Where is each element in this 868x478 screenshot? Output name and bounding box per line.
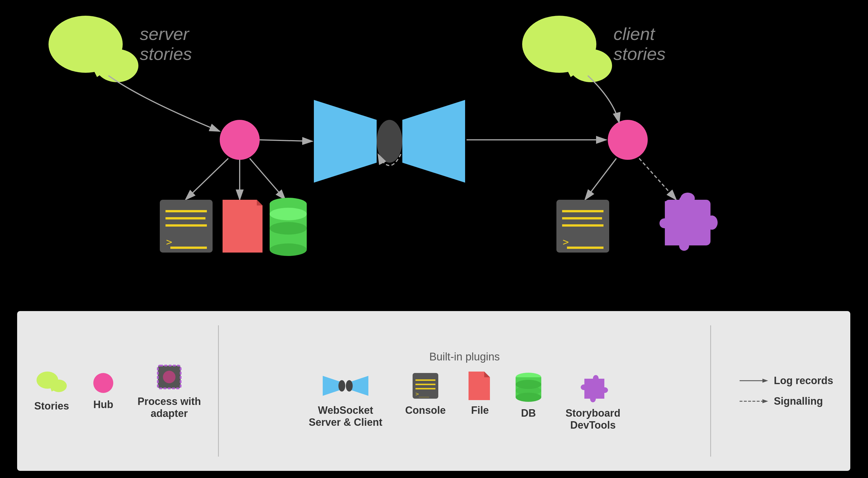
signalling-arrow — [740, 397, 768, 406]
legend-divider-1 — [218, 325, 219, 457]
svg-point-11 — [220, 120, 260, 160]
svg-point-2 — [96, 49, 138, 82]
svg-marker-65 — [763, 379, 768, 383]
db-label: DB — [521, 407, 536, 419]
legend-item-stories: Stories — [34, 370, 69, 412]
svg-marker-58 — [484, 371, 490, 377]
svg-marker-50 — [351, 376, 368, 396]
legend-item-console: >___ Console — [405, 371, 446, 416]
svg-point-63 — [516, 386, 541, 395]
log-signalling-section: Log records Signalling — [740, 375, 833, 407]
svg-point-5 — [569, 49, 612, 82]
legend-item-process-adapter: Process withadapter — [137, 363, 201, 419]
svg-marker-67 — [763, 399, 768, 403]
websocket-label: WebSocketServer & Client — [309, 405, 382, 428]
svg-point-28 — [270, 222, 307, 235]
hub-label: Hub — [93, 399, 113, 411]
svg-point-27 — [270, 208, 307, 220]
legend-item-websocket: WebSocketServer & Client — [309, 371, 382, 428]
svg-point-49 — [338, 380, 345, 391]
built-in-items: WebSocketServer & Client >___ Console — [309, 371, 620, 431]
file-icon — [468, 371, 491, 400]
db-icon — [514, 371, 543, 403]
svg-point-26 — [270, 243, 307, 256]
legend-panel: Stories Hub Process withadapter Built-in… — [17, 311, 850, 471]
svg-text:>_: >_ — [563, 236, 575, 248]
process-adapter-label: Process withadapter — [137, 395, 201, 419]
svg-point-51 — [346, 380, 353, 391]
svg-marker-48 — [323, 376, 340, 396]
storyboard-icon — [577, 371, 609, 403]
file-label: File — [471, 405, 489, 416]
svg-text:>_: >_ — [166, 236, 179, 248]
log-records-arrow — [740, 377, 768, 385]
svg-text:client: client — [614, 24, 656, 44]
svg-point-15 — [377, 120, 402, 163]
process-adapter-icon — [155, 363, 183, 391]
legend-item-hub: Hub — [92, 371, 115, 411]
stories-icon — [34, 370, 69, 396]
svg-point-12 — [608, 120, 648, 160]
hub-icon — [92, 371, 115, 394]
built-in-plugins-header: Built-in plugins — [429, 351, 500, 363]
svg-text:stories: stories — [140, 44, 192, 64]
log-records-item: Log records — [740, 375, 833, 387]
built-in-section: Built-in plugins WebSocketServer & Clien… — [236, 351, 693, 431]
signalling-label: Signalling — [774, 395, 823, 407]
main-diagram: server stories client stories — [0, 0, 868, 311]
log-records-label: Log records — [774, 375, 833, 387]
legend-item-file: File — [468, 371, 491, 416]
legend-item-db: DB — [514, 371, 543, 419]
legend-item-storyboard: StoryboardDevTools — [565, 371, 620, 431]
svg-point-45 — [93, 373, 113, 393]
svg-text:stories: stories — [614, 44, 666, 64]
svg-point-47 — [163, 371, 176, 383]
storyboard-label: StoryboardDevTools — [565, 407, 620, 431]
svg-text:server: server — [140, 24, 190, 44]
legend-left-items: Stories Hub Process withadapter — [34, 363, 201, 419]
svg-text:>___: >___ — [415, 390, 429, 397]
signalling-item: Signalling — [740, 395, 833, 407]
stories-label: Stories — [34, 400, 69, 412]
legend-divider-2 — [710, 325, 711, 457]
console-icon: >___ — [411, 371, 440, 400]
websocket-icon — [323, 371, 368, 400]
console-label: Console — [405, 405, 446, 416]
svg-marker-22 — [223, 200, 262, 252]
